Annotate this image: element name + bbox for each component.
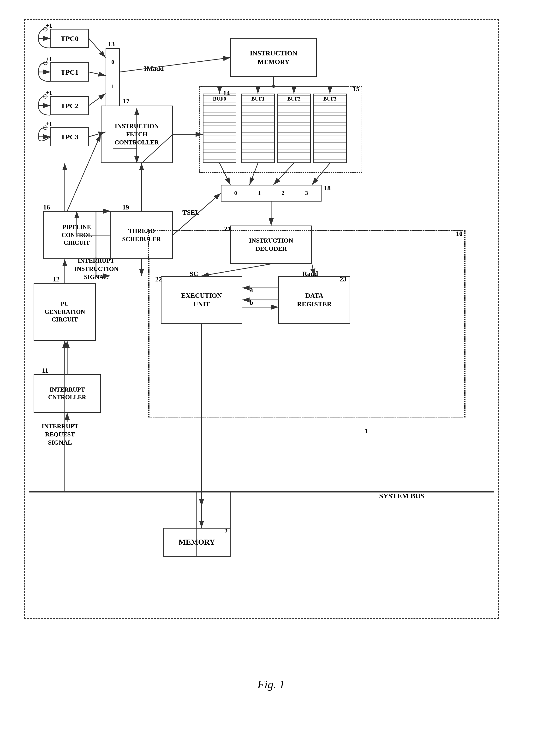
instruction-fetch-controller-block: INSTRUCTIONFETCHCONTROLLER bbox=[101, 106, 173, 163]
radd-label: Radd bbox=[302, 270, 318, 278]
buf2-block: BUF2 bbox=[277, 94, 311, 163]
pipeline-control-circuit-block: PIPELINECONTROLCIRCUIT bbox=[43, 211, 110, 259]
buf0-label: BUF0 bbox=[213, 96, 226, 102]
pcc-label: PIPELINECONTROLCIRCUIT bbox=[62, 223, 92, 247]
label-19: 19 bbox=[122, 203, 129, 211]
mux-label-0: 0 bbox=[111, 58, 114, 66]
mux-label-1: 1 bbox=[111, 83, 114, 90]
sc-label: SC bbox=[190, 270, 198, 278]
page: TPC0 TPC1 TPC2 TPC3 0 1 2 3 13 INSTRUCTI… bbox=[0, 0, 543, 756]
label-15: 15 bbox=[353, 85, 359, 93]
instruction-memory-label: INSTRUCTIONMEMORY bbox=[250, 49, 297, 66]
tpc3-block: TPC3 bbox=[50, 127, 89, 146]
label-11: 11 bbox=[42, 367, 48, 374]
diagram-container: TPC0 TPC1 TPC2 TPC3 0 1 2 3 13 INSTRUCTI… bbox=[19, 14, 523, 710]
label-13: 13 bbox=[108, 40, 115, 48]
buf3-label: BUF3 bbox=[323, 96, 337, 102]
dr-label: DATAREGISTER bbox=[297, 291, 332, 309]
ifc-label: INSTRUCTIONFETCHCONTROLLER bbox=[115, 122, 159, 146]
label-17: 17 bbox=[123, 97, 130, 105]
pgc-label: PCGENERATIONCIRCUIT bbox=[44, 300, 85, 324]
system-bus-label: SYSTEM BUS bbox=[379, 492, 424, 500]
interrupt-instruction-signal-label: INTERRUPTINSTRUCTIONSIGNAL bbox=[74, 257, 118, 281]
interrupt-request-signal-label: INTERRUPTREQUEST SIGNAL bbox=[34, 422, 86, 446]
instruction-memory-block: INSTRUCTIONMEMORY bbox=[230, 38, 317, 77]
label-22: 22 bbox=[155, 275, 162, 283]
tpc1-block: TPC1 bbox=[50, 62, 89, 82]
label-23: 23 bbox=[340, 275, 346, 283]
eu-label: EXECUTIONUNIT bbox=[181, 291, 222, 309]
tsel-label: TSEL bbox=[182, 209, 200, 216]
selector-block: 0 1 2 3 bbox=[221, 185, 322, 202]
sel-label-1: 1 bbox=[258, 189, 261, 197]
b-label: b bbox=[250, 299, 253, 306]
imadd-label: IMadd bbox=[144, 65, 164, 72]
label-18: 18 bbox=[324, 184, 331, 192]
label-1: 1 bbox=[365, 427, 368, 435]
execution-unit-block: EXECUTIONUNIT bbox=[161, 276, 242, 324]
buf0-block: BUF0 bbox=[203, 94, 236, 163]
label-12: 12 bbox=[53, 275, 60, 283]
label-16: 16 bbox=[43, 203, 50, 211]
sel-label-0: 0 bbox=[234, 189, 237, 197]
buf3-block: BUF3 bbox=[313, 94, 347, 163]
a-label: a bbox=[250, 286, 253, 293]
sel-label-3: 3 bbox=[305, 189, 308, 197]
tpc2-block: TPC2 bbox=[50, 96, 89, 115]
figure-label: Fig. 1 bbox=[257, 678, 285, 691]
memory-block: MEMORY bbox=[163, 528, 230, 557]
ic-label: INTERRUPTCNTROLLER bbox=[48, 386, 86, 401]
sel-label-2: 2 bbox=[281, 189, 284, 197]
data-register-block: DATAREGISTER bbox=[278, 276, 350, 324]
tpc0-block: TPC0 bbox=[50, 29, 89, 48]
core-dashed-box bbox=[148, 230, 465, 417]
label-2: 2 bbox=[224, 527, 228, 535]
pc-generation-circuit-block: PCGENERATIONCIRCUIT bbox=[34, 283, 96, 341]
interrupt-controller-block: INTERRUPTCNTROLLER bbox=[34, 374, 101, 413]
buf1-label: BUF1 bbox=[251, 96, 265, 102]
buf1-block: BUF1 bbox=[241, 94, 275, 163]
buf2-label: BUF2 bbox=[287, 96, 301, 102]
label-10: 10 bbox=[456, 230, 463, 238]
